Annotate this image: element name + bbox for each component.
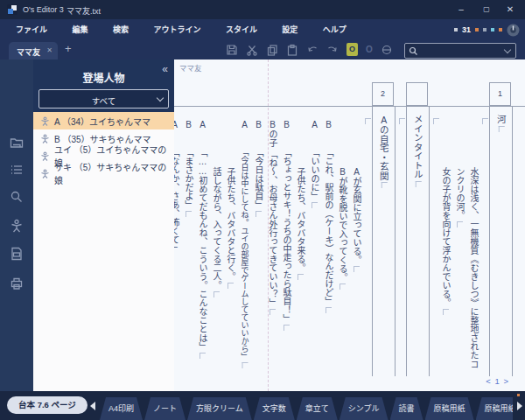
- status-dot-icon: [499, 28, 502, 32]
- highlight-o-button[interactable]: O: [346, 43, 358, 56]
- dialogue-text: 「まさかだよ」: [184, 148, 193, 209]
- characters-icon[interactable]: [10, 219, 24, 233]
- menu-edit[interactable]: 編集: [61, 19, 98, 40]
- toolbar: ママ友 ✕ + O O: [0, 40, 525, 60]
- character-filter-select[interactable]: すべて: [38, 89, 169, 108]
- undo-icon[interactable]: [306, 44, 318, 56]
- editor-surface[interactable]: ママ友 1 河 水深は浅く、一無機質《むきしつ》に整地されたコ ンクリの河。 女…: [174, 60, 525, 391]
- maximize-button[interactable]: ▢: [477, 3, 496, 17]
- dialogue-column: A 「なんか、さあ、怖くて」: [174, 106, 181, 376]
- page-navigator[interactable]: < 1 >: [486, 376, 509, 386]
- dialogue-column: B 「ちょっとサキ！うちの中走ったら駄目！」: [279, 106, 293, 376]
- menu-help[interactable]: ヘルプ: [312, 19, 357, 40]
- save-icon[interactable]: [226, 44, 238, 56]
- linebreak-mark-icon: [228, 283, 234, 289]
- menu-outline[interactable]: アウトライン: [143, 19, 211, 40]
- text-column: 水深は浅く、一無機質《むきしつ》に整地されたコ: [466, 106, 480, 376]
- linebreak-mark-icon: [284, 325, 290, 331]
- menu-file[interactable]: ファイル: [5, 19, 58, 40]
- o-mark-button[interactable]: O: [366, 44, 373, 56]
- scene-number-box: 1: [489, 82, 511, 106]
- o-slash-icon[interactable]: [381, 44, 393, 56]
- action-text: ンクリの河。: [455, 167, 465, 220]
- document-tab[interactable]: ママ友 ✕: [9, 42, 58, 60]
- characters-panel: « 登場人物 すべて A （34）ユイちゃんママ B （35）サキちゃんママ ユ…: [33, 60, 174, 391]
- icon-rail: [0, 60, 33, 391]
- character-list: A （34）ユイちゃんママ B （35）サキちゃんママ ユイ （5）ユイちゃんマ…: [33, 112, 174, 391]
- app-icon: [7, 4, 18, 15]
- text-column: 女の子が背を向けて浮かんでいる。: [438, 106, 452, 376]
- dialogue-column: A 「今日は中にしてね。ユイの部屋でゲームしてていいから」: [237, 106, 251, 376]
- empty-line-column: [363, 106, 370, 376]
- search-panel-icon[interactable]: [10, 190, 24, 204]
- minimize-button[interactable]: –: [452, 3, 471, 17]
- menu-settings[interactable]: 設定: [271, 19, 308, 40]
- manuscript-columns: 1 河 水深は浅く、一無機質《むきしつ》に整地されたコ ンクリの河。 女の子が背…: [174, 106, 525, 376]
- linebreak-mark-icon: [433, 118, 439, 124]
- action-text: Aが玄関に立っている。: [352, 167, 361, 264]
- view-tab[interactable]: 読書: [390, 397, 424, 420]
- gauge-icon: [507, 24, 520, 37]
- folder-icon[interactable]: [10, 136, 24, 150]
- view-tab[interactable]: A4印刷: [100, 397, 143, 420]
- character-filter-value: すべて: [39, 94, 168, 107]
- linebreak-mark-icon: [312, 202, 318, 208]
- dialogue-text: 「ね〜、お母さん外行ってきていい？」: [268, 150, 277, 307]
- dialogue-column: B 「今日は駄目」: [251, 106, 265, 376]
- view-tab[interactable]: ノート: [144, 397, 186, 420]
- dialogue-text: 「……初めてだもんね、こういう。こんなことは」: [198, 148, 207, 351]
- close-button[interactable]: ✕: [500, 3, 520, 17]
- print-icon[interactable]: [10, 276, 24, 290]
- scene-column: メインタイトル: [406, 106, 430, 376]
- view-tab[interactable]: 原稿用紙: [425, 397, 474, 420]
- search-box[interactable]: [404, 43, 516, 59]
- view-tab[interactable]: シンプル: [340, 397, 388, 420]
- view-tab[interactable]: 章立て: [297, 397, 338, 420]
- linebreak-mark-icon: [498, 126, 504, 132]
- action-text: Bが靴を脱いで入ってくる。: [338, 167, 347, 282]
- linebreak-mark-icon: [381, 182, 387, 188]
- speaker-name: A: [198, 120, 207, 130]
- character-label: サキ （5）サキちゃんママの娘: [54, 160, 174, 186]
- linebreak-mark-icon: [340, 284, 346, 290]
- scene-title: Aの自宅・玄関: [379, 115, 389, 180]
- character-label: A （34）ユイちゃんママ: [54, 115, 150, 128]
- scene-title: 河: [496, 115, 507, 124]
- view-tab[interactable]: 方眼クリーム: [187, 397, 252, 420]
- view-tab[interactable]: 原稿用紙印刷: [476, 397, 513, 420]
- copy-icon[interactable]: [266, 44, 278, 56]
- action-text: 水深は浅く、一無機質《むきしつ》に整地されたコ: [469, 167, 479, 368]
- scroll-tabs-right-icon[interactable]: [517, 402, 522, 410]
- dialogue-text: 「これ、駅前の（ケーキ）なんだけど」: [324, 148, 333, 305]
- characters-panel-title: 登場人物: [33, 70, 174, 85]
- menu-search[interactable]: 検索: [102, 19, 139, 40]
- outline-list-icon[interactable]: [10, 163, 24, 177]
- title-bar: O's Editor 3 ママ友.txt – ▢ ✕: [0, 0, 525, 19]
- pdf-icon[interactable]: [10, 247, 24, 261]
- action-text: 話しながら、入ってくる二人。: [212, 167, 221, 290]
- view-tab[interactable]: 文字数: [254, 397, 295, 420]
- status-indicators: 31: [454, 19, 520, 40]
- dialogue-text: 「ちょっとサキ！うちの中走ったら駄目！」: [282, 148, 291, 323]
- chevron-down-icon[interactable]: [504, 46, 511, 53]
- linebreak-mark-icon: [482, 118, 488, 124]
- paste-icon[interactable]: [286, 44, 298, 56]
- new-tab-button[interactable]: +: [65, 42, 72, 55]
- status-dot-icon: [483, 28, 486, 32]
- character-row[interactable]: サキ （5）サキちゃんママの娘: [33, 164, 174, 182]
- linebreak-mark-icon: [415, 181, 421, 187]
- linebreak-mark-icon: [200, 353, 206, 359]
- search-input[interactable]: [421, 45, 501, 57]
- character-row[interactable]: A （34）ユイちゃんママ: [33, 112, 174, 130]
- scene-column: 1 河: [489, 106, 513, 376]
- linebreak-mark-icon: [365, 118, 371, 124]
- dialogue-text: 「なんか、さあ、怖くて」: [174, 148, 179, 253]
- text-column: 話しながら、入ってくる二人。: [209, 106, 223, 376]
- cut-icon[interactable]: [246, 44, 258, 56]
- close-tab-icon[interactable]: ✕: [46, 46, 52, 54]
- search-icon: [409, 46, 418, 56]
- menu-style[interactable]: スタイル: [215, 19, 268, 40]
- redo-icon[interactable]: [326, 44, 339, 56]
- scroll-tabs-left-icon[interactable]: [90, 402, 95, 410]
- person-icon: [40, 169, 50, 178]
